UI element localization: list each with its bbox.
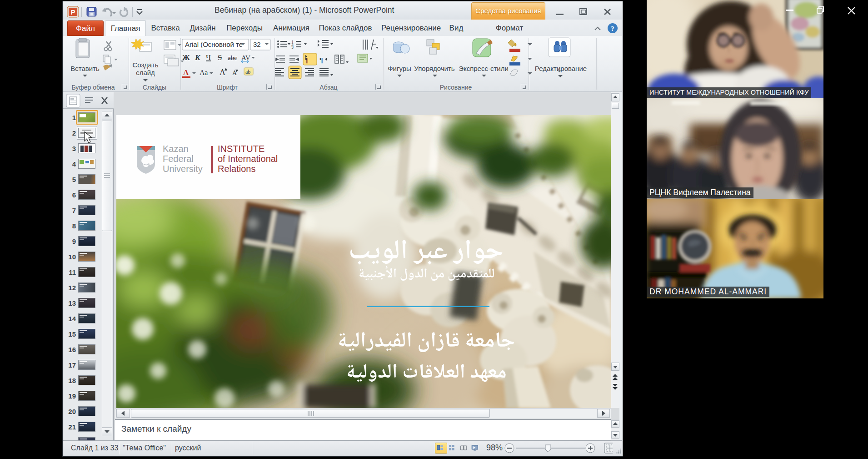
svg-text:P: P: [70, 8, 75, 16]
svg-text:А: А: [219, 68, 225, 77]
svg-text:К: К: [195, 53, 201, 62]
svg-text:А: А: [183, 68, 189, 77]
svg-text:INSTITUTE: INSTITUTE: [218, 144, 264, 154]
svg-text:Arial (Основной те: Arial (Основной те: [185, 40, 243, 48]
svg-text:abc: abc: [228, 54, 237, 61]
svg-text:Ж: Ж: [182, 53, 190, 62]
svg-text:3: 3: [291, 45, 294, 50]
svg-text:ab: ab: [245, 69, 250, 75]
svg-text:32: 32: [253, 40, 261, 48]
svg-text:Аа: Аа: [200, 69, 208, 76]
svg-text:Ч: Ч: [206, 53, 211, 62]
svg-text:¶: ¶: [319, 56, 323, 64]
svg-text:of International: of International: [218, 154, 278, 164]
svg-text:Federal: Federal: [163, 154, 194, 164]
svg-text:?: ?: [611, 25, 614, 32]
svg-text:Relations: Relations: [218, 164, 255, 174]
svg-text:S: S: [218, 53, 222, 62]
svg-text:University: University: [163, 164, 203, 174]
svg-text:Kazan: Kazan: [163, 144, 189, 154]
